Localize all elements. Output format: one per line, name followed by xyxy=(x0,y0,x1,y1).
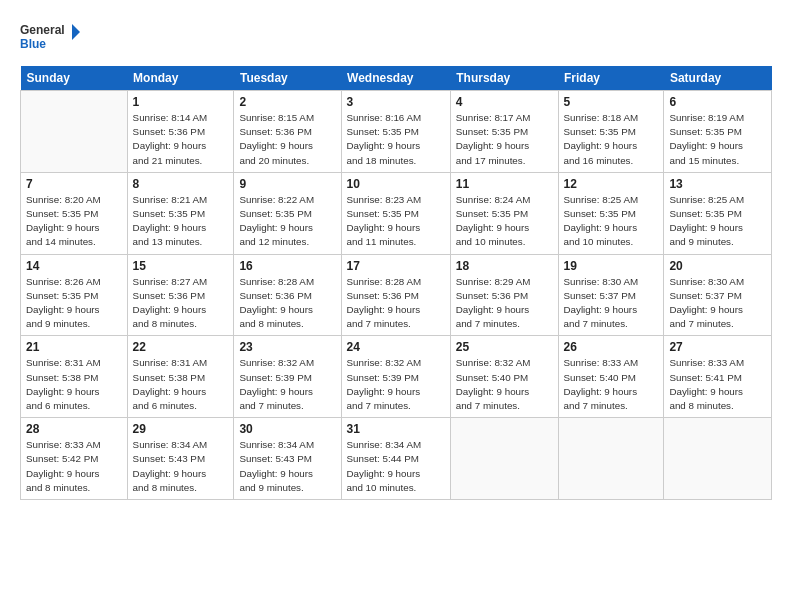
calendar-cell: 31Sunrise: 8:34 AM Sunset: 5:44 PM Dayli… xyxy=(341,418,450,500)
day-info: Sunrise: 8:33 AM Sunset: 5:40 PM Dayligh… xyxy=(564,356,659,413)
calendar-cell xyxy=(558,418,664,500)
day-number: 30 xyxy=(239,422,335,436)
day-info: Sunrise: 8:15 AM Sunset: 5:36 PM Dayligh… xyxy=(239,111,335,168)
calendar-cell: 1Sunrise: 8:14 AM Sunset: 5:36 PM Daylig… xyxy=(127,91,234,173)
calendar-cell: 13Sunrise: 8:25 AM Sunset: 5:35 PM Dayli… xyxy=(664,172,772,254)
day-info: Sunrise: 8:32 AM Sunset: 5:40 PM Dayligh… xyxy=(456,356,553,413)
calendar-cell xyxy=(21,91,128,173)
day-info: Sunrise: 8:31 AM Sunset: 5:38 PM Dayligh… xyxy=(133,356,229,413)
day-number: 13 xyxy=(669,177,766,191)
day-info: Sunrise: 8:34 AM Sunset: 5:43 PM Dayligh… xyxy=(239,438,335,495)
day-number: 21 xyxy=(26,340,122,354)
day-number: 6 xyxy=(669,95,766,109)
day-number: 9 xyxy=(239,177,335,191)
day-info: Sunrise: 8:33 AM Sunset: 5:42 PM Dayligh… xyxy=(26,438,122,495)
day-number: 24 xyxy=(347,340,445,354)
day-info: Sunrise: 8:33 AM Sunset: 5:41 PM Dayligh… xyxy=(669,356,766,413)
day-info: Sunrise: 8:27 AM Sunset: 5:36 PM Dayligh… xyxy=(133,275,229,332)
day-info: Sunrise: 8:21 AM Sunset: 5:35 PM Dayligh… xyxy=(133,193,229,250)
calendar-cell: 4Sunrise: 8:17 AM Sunset: 5:35 PM Daylig… xyxy=(450,91,558,173)
day-info: Sunrise: 8:31 AM Sunset: 5:38 PM Dayligh… xyxy=(26,356,122,413)
page-container: General Blue SundayMondayTuesdayWednesda… xyxy=(0,0,792,510)
day-info: Sunrise: 8:32 AM Sunset: 5:39 PM Dayligh… xyxy=(347,356,445,413)
day-info: Sunrise: 8:16 AM Sunset: 5:35 PM Dayligh… xyxy=(347,111,445,168)
calendar-cell: 25Sunrise: 8:32 AM Sunset: 5:40 PM Dayli… xyxy=(450,336,558,418)
col-header-sunday: Sunday xyxy=(21,66,128,91)
calendar-cell: 18Sunrise: 8:29 AM Sunset: 5:36 PM Dayli… xyxy=(450,254,558,336)
day-info: Sunrise: 8:22 AM Sunset: 5:35 PM Dayligh… xyxy=(239,193,335,250)
calendar-cell: 17Sunrise: 8:28 AM Sunset: 5:36 PM Dayli… xyxy=(341,254,450,336)
calendar-cell: 21Sunrise: 8:31 AM Sunset: 5:38 PM Dayli… xyxy=(21,336,128,418)
day-info: Sunrise: 8:34 AM Sunset: 5:43 PM Dayligh… xyxy=(133,438,229,495)
day-info: Sunrise: 8:30 AM Sunset: 5:37 PM Dayligh… xyxy=(669,275,766,332)
day-number: 12 xyxy=(564,177,659,191)
calendar-cell: 8Sunrise: 8:21 AM Sunset: 5:35 PM Daylig… xyxy=(127,172,234,254)
day-number: 18 xyxy=(456,259,553,273)
day-info: Sunrise: 8:17 AM Sunset: 5:35 PM Dayligh… xyxy=(456,111,553,168)
day-number: 11 xyxy=(456,177,553,191)
day-info: Sunrise: 8:25 AM Sunset: 5:35 PM Dayligh… xyxy=(669,193,766,250)
logo: General Blue xyxy=(20,18,80,56)
day-info: Sunrise: 8:28 AM Sunset: 5:36 PM Dayligh… xyxy=(347,275,445,332)
day-number: 25 xyxy=(456,340,553,354)
calendar-cell: 20Sunrise: 8:30 AM Sunset: 5:37 PM Dayli… xyxy=(664,254,772,336)
day-info: Sunrise: 8:20 AM Sunset: 5:35 PM Dayligh… xyxy=(26,193,122,250)
calendar-cell: 24Sunrise: 8:32 AM Sunset: 5:39 PM Dayli… xyxy=(341,336,450,418)
day-info: Sunrise: 8:18 AM Sunset: 5:35 PM Dayligh… xyxy=(564,111,659,168)
day-number: 15 xyxy=(133,259,229,273)
day-number: 1 xyxy=(133,95,229,109)
day-number: 20 xyxy=(669,259,766,273)
svg-text:General: General xyxy=(20,23,65,37)
day-number: 16 xyxy=(239,259,335,273)
col-header-thursday: Thursday xyxy=(450,66,558,91)
svg-marker-2 xyxy=(72,24,80,40)
col-header-monday: Monday xyxy=(127,66,234,91)
day-info: Sunrise: 8:34 AM Sunset: 5:44 PM Dayligh… xyxy=(347,438,445,495)
calendar-cell: 14Sunrise: 8:26 AM Sunset: 5:35 PM Dayli… xyxy=(21,254,128,336)
day-info: Sunrise: 8:25 AM Sunset: 5:35 PM Dayligh… xyxy=(564,193,659,250)
calendar-cell: 15Sunrise: 8:27 AM Sunset: 5:36 PM Dayli… xyxy=(127,254,234,336)
day-info: Sunrise: 8:24 AM Sunset: 5:35 PM Dayligh… xyxy=(456,193,553,250)
day-number: 2 xyxy=(239,95,335,109)
day-info: Sunrise: 8:14 AM Sunset: 5:36 PM Dayligh… xyxy=(133,111,229,168)
col-header-wednesday: Wednesday xyxy=(341,66,450,91)
logo-svg: General Blue xyxy=(20,18,80,56)
calendar-cell: 28Sunrise: 8:33 AM Sunset: 5:42 PM Dayli… xyxy=(21,418,128,500)
calendar-cell: 30Sunrise: 8:34 AM Sunset: 5:43 PM Dayli… xyxy=(234,418,341,500)
calendar-cell: 2Sunrise: 8:15 AM Sunset: 5:36 PM Daylig… xyxy=(234,91,341,173)
day-info: Sunrise: 8:23 AM Sunset: 5:35 PM Dayligh… xyxy=(347,193,445,250)
calendar-cell: 19Sunrise: 8:30 AM Sunset: 5:37 PM Dayli… xyxy=(558,254,664,336)
calendar-cell: 5Sunrise: 8:18 AM Sunset: 5:35 PM Daylig… xyxy=(558,91,664,173)
day-number: 22 xyxy=(133,340,229,354)
calendar-cell: 22Sunrise: 8:31 AM Sunset: 5:38 PM Dayli… xyxy=(127,336,234,418)
day-number: 8 xyxy=(133,177,229,191)
calendar-cell: 16Sunrise: 8:28 AM Sunset: 5:36 PM Dayli… xyxy=(234,254,341,336)
day-info: Sunrise: 8:19 AM Sunset: 5:35 PM Dayligh… xyxy=(669,111,766,168)
col-header-friday: Friday xyxy=(558,66,664,91)
header-row: General Blue xyxy=(20,18,772,56)
calendar-cell: 27Sunrise: 8:33 AM Sunset: 5:41 PM Dayli… xyxy=(664,336,772,418)
calendar-cell: 29Sunrise: 8:34 AM Sunset: 5:43 PM Dayli… xyxy=(127,418,234,500)
day-number: 23 xyxy=(239,340,335,354)
svg-text:Blue: Blue xyxy=(20,37,46,51)
day-number: 3 xyxy=(347,95,445,109)
day-number: 29 xyxy=(133,422,229,436)
calendar-cell xyxy=(450,418,558,500)
calendar-cell: 26Sunrise: 8:33 AM Sunset: 5:40 PM Dayli… xyxy=(558,336,664,418)
day-number: 19 xyxy=(564,259,659,273)
calendar-table: SundayMondayTuesdayWednesdayThursdayFrid… xyxy=(20,66,772,500)
day-info: Sunrise: 8:32 AM Sunset: 5:39 PM Dayligh… xyxy=(239,356,335,413)
col-header-tuesday: Tuesday xyxy=(234,66,341,91)
calendar-cell: 6Sunrise: 8:19 AM Sunset: 5:35 PM Daylig… xyxy=(664,91,772,173)
day-number: 28 xyxy=(26,422,122,436)
calendar-cell: 9Sunrise: 8:22 AM Sunset: 5:35 PM Daylig… xyxy=(234,172,341,254)
calendar-cell: 3Sunrise: 8:16 AM Sunset: 5:35 PM Daylig… xyxy=(341,91,450,173)
col-header-saturday: Saturday xyxy=(664,66,772,91)
day-info: Sunrise: 8:29 AM Sunset: 5:36 PM Dayligh… xyxy=(456,275,553,332)
calendar-cell: 23Sunrise: 8:32 AM Sunset: 5:39 PM Dayli… xyxy=(234,336,341,418)
day-number: 27 xyxy=(669,340,766,354)
calendar-cell: 12Sunrise: 8:25 AM Sunset: 5:35 PM Dayli… xyxy=(558,172,664,254)
day-number: 31 xyxy=(347,422,445,436)
calendar-cell xyxy=(664,418,772,500)
day-number: 14 xyxy=(26,259,122,273)
